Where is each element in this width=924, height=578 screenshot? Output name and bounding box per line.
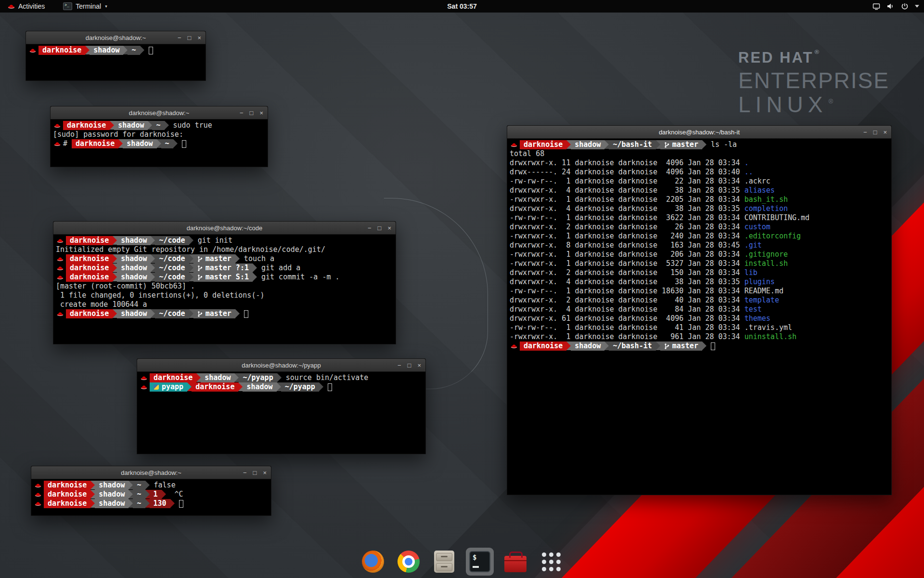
dock-item-chrome[interactable] [395, 548, 423, 576]
terminal-text: false [150, 481, 176, 490]
redhat-icon [54, 121, 61, 130]
dock-item-firefox[interactable] [359, 548, 387, 576]
segment-text: darknoise [154, 373, 192, 382]
window-maximize-button[interactable]: □ [378, 225, 382, 231]
redhat-icon [141, 373, 147, 382]
terminal-content[interactable]: darknoiseshadow~ [26, 44, 205, 84]
window-maximize-button[interactable]: □ [408, 362, 411, 368]
terminal-line: -rwxrwxr-x. 1 darknoise darknoise 206 Ja… [510, 250, 889, 259]
window-minimize-button[interactable]: − [398, 362, 401, 368]
prompt-segment-host: shadow [571, 342, 604, 351]
prompt-segment-path: ~/code [155, 236, 189, 245]
segment-text: shadow [99, 490, 125, 499]
redhat-icon [57, 273, 64, 282]
window-controls: −□× [178, 31, 201, 44]
powerline-arrow-icon [189, 309, 193, 318]
python-icon [154, 384, 159, 390]
powerline-arrow-icon [235, 254, 240, 263]
terminal-text: [master (root-commit) 50bcb63] . [56, 282, 195, 291]
branch-icon [197, 256, 203, 263]
segment-text: master S:1 [205, 273, 249, 282]
brand-text: RED HAT [738, 49, 813, 66]
screen-icon[interactable] [873, 3, 880, 10]
window-titlebar[interactable]: darknoise@shadow:~−□× [51, 106, 268, 119]
terminal-content[interactable]: darknoiseshadow~/pyapp source bin/activa… [137, 372, 425, 457]
terminal-text: .ackrc [744, 177, 770, 186]
terminal-text: -rwxrwxr-x. 1 darknoise darknoise 2205 J… [510, 195, 744, 204]
window-titlebar[interactable]: darknoise@shadow:~−□× [26, 31, 205, 44]
prompt-segment-host: shadow [117, 254, 151, 263]
terminal-text: -rw-rw-r--. 1 darknoise darknoise 41 Jan… [510, 323, 744, 332]
segment-text: ~/pyapp [285, 382, 315, 392]
window-maximize-button[interactable]: □ [188, 35, 192, 41]
terminal-text: drwxrwxr-x. 4 darknoise darknoise 84 Jan… [510, 305, 744, 314]
prompt-segment-user: darknoise [192, 382, 238, 392]
powerline-arrow-icon [656, 342, 660, 350]
volume-icon[interactable] [886, 2, 895, 10]
powerline-arrow-icon [90, 481, 95, 489]
powerline-arrow-icon [151, 309, 155, 318]
segment-text: 130 [154, 499, 167, 508]
clock[interactable]: Sat 03:57 [447, 2, 476, 10]
terminal-text: drwxrwxr-x. 8 darknoise darknoise 163 Ja… [510, 241, 744, 250]
powerline-arrow-icon [234, 373, 239, 382]
prompt-segment-path: ~ [133, 481, 145, 490]
segment-text: master [205, 254, 231, 263]
terminal-window-exit-codes: darknoise@shadow:~−□×darknoiseshadow~ fa… [31, 466, 271, 516]
chevron-down-icon: ▾ [105, 4, 107, 9]
prompt-segment-path: ~ [133, 490, 145, 499]
terminal-line: Initialized empty Git repository in /hom… [56, 245, 393, 254]
window-close-button[interactable]: × [263, 470, 267, 476]
powerline-arrow-icon [128, 481, 133, 489]
terminal-line: drwxrwxr-x. 2 darknoise darknoise 26 Jan… [510, 223, 889, 232]
window-titlebar[interactable]: darknoise@shadow:~−□× [31, 466, 271, 479]
terminal-line: darknoiseshadow~1 ^C [34, 490, 269, 499]
terminal-content[interactable]: darknoiseshadow~/bash-itmaster ls -latot… [507, 139, 891, 498]
window-titlebar[interactable]: darknoise@shadow:~/pyapp−□× [137, 359, 425, 372]
window-minimize-button[interactable]: − [240, 110, 244, 116]
window-minimize-button[interactable]: − [178, 35, 181, 41]
terminal-text: README.md [744, 287, 783, 296]
prompt-segment-host: shadow [201, 373, 234, 382]
window-close-button[interactable]: × [197, 35, 201, 41]
window-maximize-button[interactable]: □ [250, 110, 254, 116]
dock-item-app-grid[interactable] [537, 548, 565, 576]
terminal-text: .editorconfig [744, 232, 801, 241]
terminal-content[interactable]: darknoiseshadow~/code git initInitialize… [53, 235, 396, 347]
prompt-segment-git: master S:1 [193, 273, 253, 282]
powerline-arrow-icon [148, 121, 152, 130]
window-close-button[interactable]: × [387, 225, 391, 231]
power-icon[interactable] [901, 2, 909, 10]
activities-button[interactable]: Activities [5, 0, 48, 13]
brand-line-1: RED HAT® [738, 48, 889, 66]
powerline-arrow-icon [319, 382, 323, 391]
powerline-arrow-icon [157, 139, 161, 148]
dock-item-toolbox[interactable] [501, 548, 529, 576]
chevron-down-icon[interactable] [915, 5, 919, 8]
prompt-segment-user: darknoise [38, 46, 85, 55]
powerline-arrow-icon [165, 121, 169, 130]
window-close-button[interactable]: × [417, 362, 421, 368]
segment-text: shadow [99, 481, 125, 490]
terminal-content[interactable]: darknoiseshadow~ sudo true[sudo] passwor… [51, 119, 268, 170]
window-title: darknoise@shadow:~ [86, 34, 146, 41]
window-close-button[interactable]: × [259, 110, 263, 116]
terminal-content[interactable]: darknoiseshadow~ falsedarknoiseshadow~1 … [31, 479, 271, 519]
powerline-arrow-icon [189, 236, 193, 245]
window-minimize-button[interactable]: − [863, 129, 867, 135]
terminal-line: -rw-rw-r--. 1 darknoise darknoise 41 Jan… [510, 323, 889, 332]
window-maximize-button[interactable]: □ [253, 470, 257, 476]
system-status-area[interactable] [873, 0, 919, 13]
dock-item-terminal[interactable]: $ [466, 548, 494, 576]
dock-item-files[interactable] [430, 548, 458, 576]
window-minimize-button[interactable]: − [243, 470, 247, 476]
app-menu-terminal[interactable]: Terminal ▾ [60, 0, 110, 13]
segment-text: shadow [118, 121, 144, 130]
window-titlebar[interactable]: darknoise@shadow:~/bash-it−□× [507, 126, 891, 139]
window-minimize-button[interactable]: − [368, 225, 372, 231]
window-close-button[interactable]: × [883, 129, 887, 135]
window-titlebar[interactable]: darknoise@shadow:~/code−□× [53, 222, 396, 235]
window-maximize-button[interactable]: □ [873, 129, 877, 135]
powerline-arrow-icon [140, 46, 144, 54]
powerline-arrow-icon [151, 273, 155, 281]
